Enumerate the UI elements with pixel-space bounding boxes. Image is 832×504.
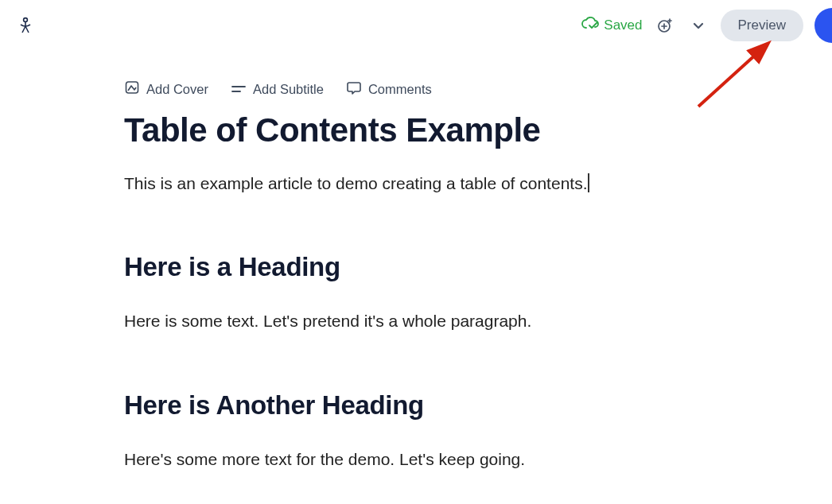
preview-button[interactable]: Preview bbox=[721, 10, 803, 41]
subtitle-icon bbox=[231, 82, 247, 97]
comments-button[interactable]: Comments bbox=[346, 79, 432, 99]
topbar-actions: Saved Preview bbox=[581, 8, 832, 43]
saved-status: Saved bbox=[581, 17, 642, 35]
document-title[interactable]: Table of Contents Example bbox=[124, 111, 784, 149]
avatar[interactable] bbox=[815, 8, 832, 43]
section-body[interactable]: Here is some text. Let's pretend it's a … bbox=[124, 309, 784, 332]
add-cover-button[interactable]: Add Cover bbox=[124, 79, 208, 99]
section-heading[interactable]: Here is Another Heading bbox=[124, 390, 784, 421]
section-heading[interactable]: Here is a Heading bbox=[124, 252, 784, 282]
intro-paragraph[interactable]: This is an example article to demo creat… bbox=[124, 172, 784, 195]
topbar: Saved Preview bbox=[0, 0, 832, 51]
saved-label: Saved bbox=[604, 17, 642, 33]
add-subtitle-button[interactable]: Add Subtitle bbox=[231, 82, 324, 97]
preview-label: Preview bbox=[738, 17, 786, 33]
add-sparkle-icon[interactable] bbox=[654, 14, 676, 37]
add-cover-label: Add Cover bbox=[146, 82, 208, 97]
add-subtitle-label: Add Subtitle bbox=[253, 82, 324, 97]
document-content: Add Cover Add Subtitle Comments Table of… bbox=[0, 79, 832, 471]
person-logo-icon[interactable] bbox=[17, 17, 33, 34]
cloud-check-icon bbox=[581, 17, 599, 35]
comments-label: Comments bbox=[368, 82, 432, 97]
svg-point-0 bbox=[24, 18, 28, 22]
comment-icon bbox=[346, 79, 362, 99]
logo-area bbox=[17, 17, 33, 34]
image-icon bbox=[124, 79, 140, 99]
meta-actions: Add Cover Add Subtitle Comments bbox=[124, 79, 784, 99]
section-body[interactable]: Here's some more text for the demo. Let'… bbox=[124, 448, 784, 471]
chevron-down-icon[interactable] bbox=[687, 14, 710, 37]
